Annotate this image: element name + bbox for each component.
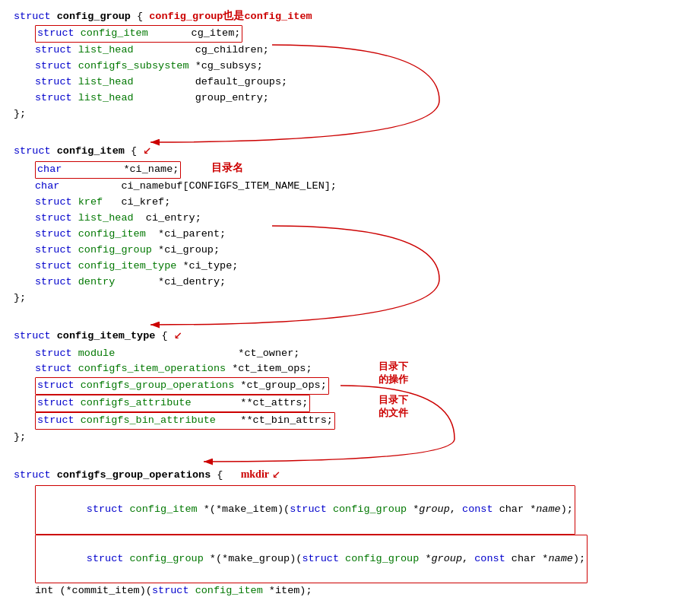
ct-group-ops-line: struct configfs_group_operations *ct_gro… [14, 377, 698, 395]
section-configfs-group-ops: struct configfs_group_operations { mkdir… [14, 464, 698, 597]
section-config-group: struct config_group { config_group也是conf… [14, 9, 698, 122]
ci-group-line: struct config_group *ci_group; [14, 243, 698, 259]
make-item-line: struct config_item *(*make_item)(struct … [14, 485, 698, 535]
cg-item-line: struct config_item cg_item; [14, 25, 698, 43]
annot-mkdir: mkdir [236, 466, 269, 483]
ci-name-line: char *ci_name; 目录名 [14, 161, 698, 179]
struct-header-config-item: struct config_item { ↙ [14, 140, 698, 161]
commit-item-line: int (*commit_item)(struct config_item *i… [14, 583, 698, 597]
struct-header-config-item-type: struct config_item_type { ↙ [14, 325, 698, 346]
ci-parent-line: struct config_item *ci_parent; [14, 227, 698, 243]
ct-attrs-line: struct configfs_attribute **ct_attrs; 目录… [14, 395, 698, 412]
ct-owner-line: struct module *ct_owner; [14, 346, 698, 362]
ci-kref-line: struct kref ci_kref; [14, 195, 698, 211]
make-group-line: struct config_group *(*make_group)(struc… [14, 535, 698, 584]
cg-children-line: struct list_head cg_children; [14, 43, 698, 59]
arrow-left-3: ↙ [272, 464, 280, 485]
struct-header-config-group: struct config_group { config_group也是conf… [14, 9, 698, 25]
ci-entry-line: struct list_head ci_entry; [14, 211, 698, 227]
annot-dir-files: 目录下的文件 [379, 394, 408, 420]
ci-type-line: struct config_item_type *ci_type; [14, 259, 698, 275]
cg-subsys-line: struct configfs_subsystem *cg_subsys; [14, 59, 698, 75]
annot-dir-ops: 目录下的操作 [379, 360, 408, 386]
arrow-left-1: ↙ [143, 140, 151, 161]
section-config-item: struct config_item { ↙ char *ci_name; 目录… [14, 140, 698, 306]
ct-item-ops-line: struct configfs_item_operations *ct_item… [14, 361, 698, 377]
ci-dentry-line: struct dentry *ci_dentry; [14, 275, 698, 291]
ci-namebuf-line: char ci_namebuf[CONFIGFS_ITEM_NAME_LEN]; [14, 179, 698, 195]
page-wrapper: struct config_group { config_group也是conf… [14, 9, 698, 597]
section-config-item-type: struct config_item_type { ↙ struct modul… [14, 325, 698, 446]
ct-bin-attrs-line: struct configfs_bin_attribute **ct_bin_a… [14, 412, 698, 430]
config-group-close: }; [14, 106, 698, 122]
struct-header-configfs-group-ops: struct configfs_group_operations { mkdir… [14, 464, 698, 485]
group-entry-line: struct list_head group_entry; [14, 91, 698, 106]
arrow-left-2: ↙ [174, 325, 182, 346]
config-item-type-close: }; [14, 430, 698, 446]
annot-dirname: 目录名 [211, 160, 243, 176]
config-item-close: }; [14, 291, 698, 306]
default-groups-line: struct list_head default_groups; [14, 75, 698, 91]
